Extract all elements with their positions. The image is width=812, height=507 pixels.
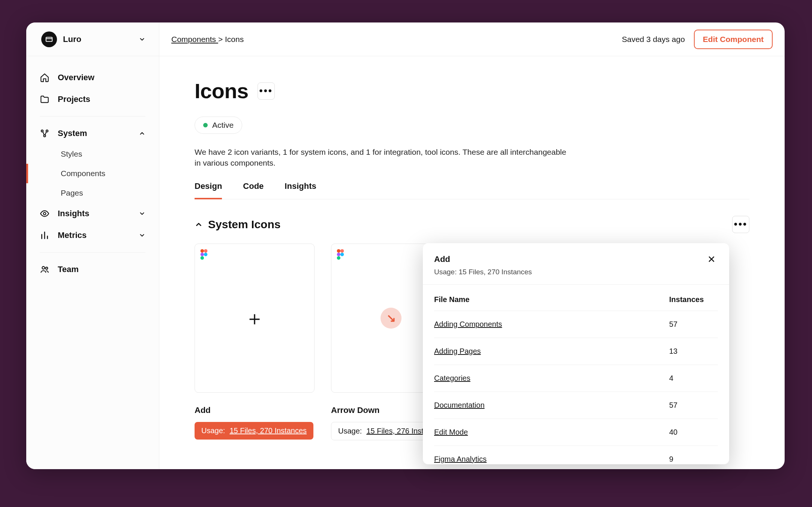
usage-label: Usage: [201,426,225,435]
sidebar-item-projects[interactable]: Projects [26,88,159,110]
icon-card: ＋ Add Usage: 15 Files, 270 Instances [195,244,315,440]
eye-icon [40,209,49,218]
chevron-down-icon [139,36,145,43]
brand-name: Luro [63,34,133,44]
svg-point-4 [43,212,46,215]
sidebar-item-label: Metrics [58,230,87,240]
usage-chip[interactable]: Usage: 15 Files, 270 Instances [195,422,313,440]
section-actions-button[interactable]: ••• [732,216,749,233]
divider [40,116,145,117]
instance-count: 9 [669,455,718,464]
instance-count: 4 [669,374,718,383]
table-row: Adding Pages13 [434,338,718,365]
page-description: We have 2 icon variants, 1 for system ic… [195,147,569,169]
file-link[interactable]: Adding Pages [434,347,669,356]
instance-count: 57 [669,320,718,329]
file-link[interactable]: Categories [434,374,669,383]
page-title: Icons [195,79,249,103]
close-button[interactable]: ✕ [705,253,718,266]
workspace-switcher[interactable]: Luro [26,22,159,56]
nodes-icon [40,129,49,138]
bars-icon [40,230,49,240]
folder-icon [40,94,49,104]
saved-status: Saved 3 days ago [622,35,685,44]
svg-point-3 [43,135,45,137]
svg-point-5 [42,266,45,269]
svg-point-6 [46,267,48,269]
tab-insights[interactable]: Insights [285,181,316,199]
sidebar-item-team[interactable]: Team [26,259,159,280]
ellipsis-icon: ••• [259,85,273,97]
status-label: Active [212,121,234,130]
col-file-name: File Name [434,295,669,304]
chevron-up-icon [195,220,203,229]
file-link[interactable]: Figma Analytics [434,455,669,464]
breadcrumb-root[interactable]: Components [171,35,218,43]
sidebar: Luro Overview Projects System Styles Com… [26,22,159,469]
ellipsis-icon: ••• [734,218,748,230]
sidebar-item-pages[interactable]: Pages [26,183,159,203]
breadcrumb: Components > Icons [171,35,244,44]
team-icon [40,265,49,274]
popover-body: File Name Instances Adding Components57A… [423,285,729,464]
breadcrumb-sep: > [218,35,223,43]
table-row: Documentation57 [434,392,718,419]
svg-point-15 [340,253,344,256]
edit-component-button[interactable]: Edit Component [694,30,773,49]
instance-count: 13 [669,347,718,356]
table-row: Edit Mode40 [434,419,718,446]
svg-point-13 [340,249,344,253]
sidebar-item-metrics[interactable]: Metrics [26,224,159,246]
svg-rect-0 [46,37,52,41]
sidebar-item-label: Styles [61,150,82,158]
figma-icon [200,249,208,260]
file-link[interactable]: Adding Components [434,320,669,329]
sidebar-item-label: Team [58,265,79,274]
sidebar-item-system[interactable]: System [26,123,159,144]
divider [40,252,145,253]
svg-point-12 [337,249,340,253]
sidebar-item-label: Overview [58,73,94,82]
section-header[interactable]: System Icons ••• [195,216,749,233]
sidebar-item-overview[interactable]: Overview [26,67,159,88]
close-icon: ✕ [707,254,716,265]
sidebar-item-components[interactable]: Components [26,164,159,183]
usage-value: 15 Files, 270 Instances [229,426,307,435]
table-body: Adding Components57Adding Pages13Categor… [434,311,718,464]
page-actions-button[interactable]: ••• [258,82,275,100]
icon-preview[interactable]: ＋ [195,244,315,393]
svg-point-11 [201,256,204,259]
svg-point-7 [201,249,204,253]
sidebar-nav: Overview Projects System Styles Componen… [26,56,159,291]
file-link[interactable]: Edit Mode [434,428,669,437]
tabs: Design Code Insights [195,181,749,199]
sidebar-item-label: Insights [58,209,89,218]
file-link[interactable]: Documentation [434,401,669,410]
table-row: Categories4 [434,365,718,392]
sidebar-item-styles[interactable]: Styles [26,144,159,164]
chevron-down-icon [139,232,145,239]
popover-title: Add [434,254,450,264]
tab-design[interactable]: Design [195,181,222,199]
icon-card-name: Add [195,405,315,415]
table-row: Adding Components57 [434,311,718,338]
svg-point-8 [204,249,207,253]
figma-icon [337,249,344,260]
col-instances: Instances [669,295,718,304]
sidebar-item-insights[interactable]: Insights [26,203,159,224]
svg-point-16 [337,256,340,259]
popover-header: Add ✕ Usage: 15 Files, 270 Instances [423,243,729,285]
svg-point-14 [337,253,340,256]
breadcrumb-leaf: Icons [225,35,244,43]
topbar: Components > Icons Saved 3 days ago Edit… [159,22,785,56]
status-dot-icon [203,123,208,127]
sidebar-item-label: System [58,129,87,138]
status-badge[interactable]: Active [195,117,242,134]
instance-count: 57 [669,401,718,410]
home-icon [40,73,49,82]
plus-icon: ＋ [245,308,264,328]
tab-code[interactable]: Code [243,181,264,199]
instance-count: 40 [669,428,718,437]
usage-label: Usage: [338,427,362,435]
table-head: File Name Instances [434,295,718,311]
